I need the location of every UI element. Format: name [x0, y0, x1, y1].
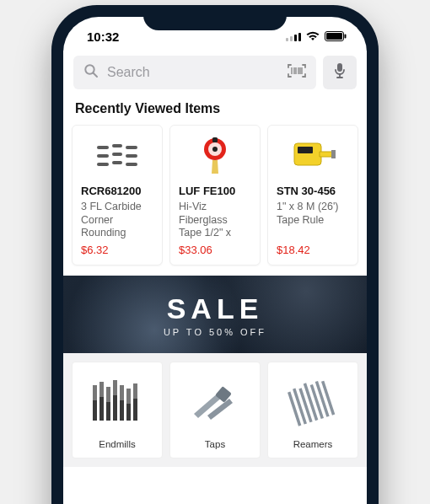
product-sku: LUF FE100 [179, 185, 251, 197]
svg-rect-35 [120, 385, 124, 400]
screen: 10:32 [63, 17, 367, 504]
svg-rect-13 [126, 154, 137, 158]
category-tile-reamers[interactable]: Reamers [267, 362, 358, 458]
product-price: $18.42 [277, 244, 349, 256]
svg-line-4 [94, 73, 98, 78]
svg-rect-23 [331, 150, 336, 158]
svg-rect-32 [99, 382, 104, 397]
product-description: Hi-Viz Fiberglass Tape 1/2" x [179, 201, 251, 239]
product-card[interactable]: LUF FE100 Hi-Viz Fiberglass Tape 1/2" x … [169, 125, 261, 265]
sale-banner[interactable]: SALE UP TO 50% OFF [63, 276, 367, 353]
product-description: 1" x 8 M (26') Tape Rule [277, 201, 349, 239]
product-sku: RCR681200 [81, 185, 153, 197]
wifi-icon [306, 31, 320, 41]
search-icon [83, 63, 99, 82]
battery-icon [325, 31, 347, 41]
voice-search-button[interactable] [323, 56, 357, 89]
svg-point-19 [212, 147, 218, 152]
category-tile-taps[interactable]: Taps [169, 362, 261, 458]
svg-rect-34 [113, 380, 117, 395]
svg-rect-11 [97, 154, 109, 158]
svg-rect-31 [93, 385, 97, 400]
product-image [277, 132, 349, 180]
status-time: 10:32 [87, 29, 119, 44]
svg-rect-16 [126, 163, 137, 166]
phone-frame: 10:32 [51, 5, 379, 504]
search-input[interactable] [73, 56, 316, 89]
sale-subtext: UP TO 50% OFF [164, 327, 266, 337]
category-label: Reamers [293, 439, 333, 449]
cellular-signal-icon [286, 31, 301, 41]
svg-rect-5 [337, 63, 342, 72]
svg-rect-36 [126, 389, 131, 404]
svg-rect-9 [112, 144, 122, 147]
category-grid: Endmills Taps [63, 353, 367, 467]
svg-rect-33 [106, 387, 110, 402]
svg-rect-20 [212, 137, 218, 142]
svg-rect-15 [112, 161, 122, 164]
barcode-scan-icon[interactable] [288, 63, 306, 82]
product-sku: STN 30-456 [277, 185, 349, 197]
svg-rect-2 [345, 35, 347, 39]
category-image [88, 362, 147, 432]
product-image [179, 132, 251, 180]
category-tile-endmills[interactable]: Endmills [72, 362, 163, 458]
product-description: 3 FL Carbide Corner Rounding [81, 201, 153, 239]
sale-headline: SALE [167, 292, 264, 325]
category-image [283, 362, 342, 432]
product-price: $33.06 [179, 244, 251, 256]
svg-rect-14 [97, 163, 109, 166]
recently-viewed-heading: Recently Viewed Items [63, 98, 367, 125]
product-card[interactable]: STN 30-456 1" x 8 M (26') Tape Rule $18.… [267, 125, 358, 265]
category-label: Taps [205, 439, 225, 449]
svg-rect-22 [298, 147, 313, 153]
search-field[interactable] [107, 65, 279, 80]
svg-rect-8 [97, 146, 109, 149]
svg-rect-1 [326, 33, 342, 40]
svg-rect-12 [112, 153, 122, 156]
product-card[interactable]: RCR681200 3 FL Carbide Corner Rounding $… [72, 125, 163, 265]
category-image [185, 362, 245, 432]
product-price: $6.32 [81, 244, 153, 256]
recently-viewed-list: RCR681200 3 FL Carbide Corner Rounding $… [63, 125, 367, 276]
svg-rect-10 [126, 146, 137, 149]
svg-rect-37 [133, 383, 137, 399]
category-label: Endmills [99, 439, 135, 449]
svg-rect-21 [294, 143, 321, 165]
microphone-icon [333, 62, 347, 83]
phone-notch [143, 5, 287, 30]
product-image [81, 132, 153, 180]
